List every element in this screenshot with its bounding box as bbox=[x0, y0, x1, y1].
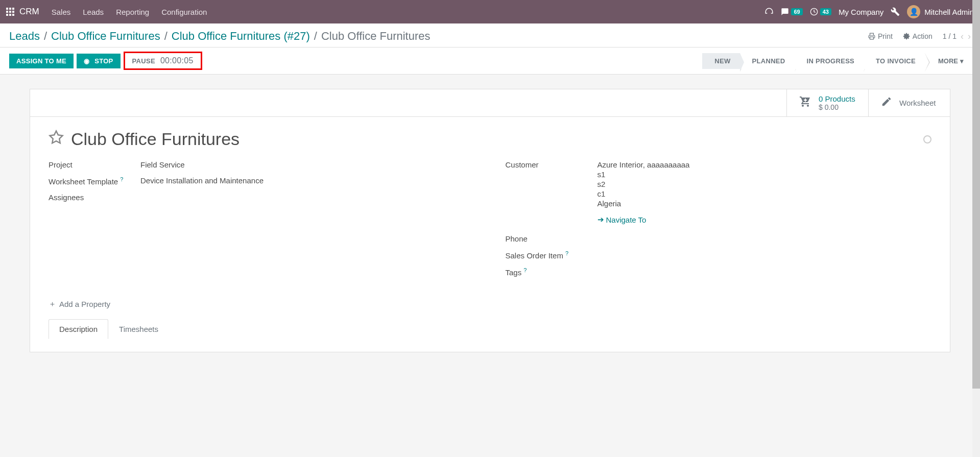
activities-icon[interactable]: 43 bbox=[810, 8, 831, 16]
stop-button[interactable]: ◉ STOP bbox=[77, 54, 121, 68]
customer-value[interactable]: Azure Interior, aaaaaaaaaa s1 s2 c1 Alge… bbox=[597, 160, 932, 224]
stage-to-invoice[interactable]: TO INVOICE bbox=[864, 53, 925, 69]
record-title: Club Office Furnitures bbox=[71, 129, 240, 149]
scrollbar-thumb[interactable] bbox=[972, 0, 980, 367]
scrollbar[interactable] bbox=[972, 0, 980, 367]
stat-buttons: 0 Products $ 0.00 Worksheet bbox=[30, 89, 950, 117]
navigate-to-link[interactable]: ➔ Navigate To bbox=[597, 215, 647, 224]
products-count: 0 Products bbox=[819, 94, 855, 103]
status-bar: NEW PLANNED IN PROGRESS TO INVOICE bbox=[702, 53, 925, 69]
stage-planned[interactable]: PLANNED bbox=[740, 53, 795, 69]
voip-icon[interactable] bbox=[764, 7, 774, 16]
add-property-button[interactable]: ＋ Add a Property bbox=[49, 299, 110, 309]
pause-button[interactable]: PAUSE 00:00:05 bbox=[124, 52, 202, 70]
user-menu[interactable]: 👤 Mitchell Admin bbox=[907, 5, 974, 18]
app-brand[interactable]: CRM bbox=[19, 7, 39, 17]
products-stat[interactable]: 0 Products $ 0.00 bbox=[786, 89, 868, 116]
svg-rect-2 bbox=[12, 8, 14, 10]
svg-rect-7 bbox=[9, 14, 11, 16]
menu-sales[interactable]: Sales bbox=[52, 8, 71, 16]
worksheet-template-label: Worksheet Template ? bbox=[49, 176, 140, 186]
assign-to-me-button[interactable]: ASSIGN TO ME bbox=[9, 54, 74, 68]
apps-icon[interactable] bbox=[6, 8, 14, 16]
action-button[interactable]: Action bbox=[903, 32, 933, 40]
project-value[interactable]: Field Service bbox=[140, 160, 475, 169]
menu-reporting[interactable]: Reporting bbox=[116, 8, 149, 16]
timer-display: 00:00:05 bbox=[160, 56, 194, 65]
sales-order-item-label: Sales Order Item ? bbox=[506, 250, 597, 260]
kanban-state-icon[interactable] bbox=[923, 135, 931, 143]
help-icon[interactable]: ? bbox=[565, 250, 568, 256]
tab-timesheets[interactable]: Timesheets bbox=[108, 319, 169, 339]
activities-badge: 43 bbox=[820, 8, 831, 15]
products-amount: $ 0.00 bbox=[819, 103, 855, 111]
svg-rect-5 bbox=[12, 11, 14, 13]
svg-marker-11 bbox=[50, 131, 63, 143]
svg-rect-3 bbox=[6, 11, 8, 13]
stop-icon: ◉ bbox=[84, 57, 89, 65]
breadcrumb-current: Club Office Furnitures bbox=[321, 30, 431, 43]
pager: 1 / 1 ‹ › bbox=[943, 31, 971, 42]
phone-label: Phone bbox=[506, 234, 597, 243]
worksheet-template-value[interactable]: Device Installation and Maintenance bbox=[140, 176, 475, 185]
messages-badge: 69 bbox=[791, 8, 802, 15]
worksheet-stat[interactable]: Worksheet bbox=[868, 89, 950, 116]
tabs: Description Timesheets bbox=[49, 319, 931, 340]
form-sheet: 0 Products $ 0.00 Worksheet Club Office … bbox=[30, 89, 950, 352]
plus-icon: ＋ bbox=[49, 299, 56, 309]
svg-rect-6 bbox=[6, 14, 8, 16]
menu-configuration[interactable]: Configuration bbox=[161, 8, 207, 16]
pager-prev[interactable]: ‹ bbox=[961, 31, 964, 42]
breadcrumb-leads[interactable]: Leads bbox=[9, 30, 40, 43]
stage-new[interactable]: NEW bbox=[702, 53, 739, 69]
top-navigation: CRM Sales Leads Reporting Configuration … bbox=[0, 0, 980, 23]
help-icon[interactable]: ? bbox=[120, 176, 123, 182]
more-stages-button[interactable]: MORE ▾ bbox=[931, 53, 971, 69]
company-switcher[interactable]: My Company bbox=[839, 8, 883, 16]
assignees-label: Assignees bbox=[49, 193, 140, 202]
actionbar: ASSIGN TO ME ◉ STOP PAUSE 00:00:05 NEW P… bbox=[0, 47, 980, 75]
caret-down-icon: ▾ bbox=[960, 57, 964, 65]
stage-in-progress[interactable]: IN PROGRESS bbox=[795, 53, 864, 69]
debug-icon[interactable] bbox=[891, 7, 900, 16]
project-label: Project bbox=[49, 160, 140, 169]
breadcrumb: Leads / Club Office Furnitures / Club Of… bbox=[9, 30, 971, 43]
pager-value: 1 / 1 bbox=[943, 32, 957, 40]
menu-leads[interactable]: Leads bbox=[83, 8, 104, 16]
pencil-icon bbox=[881, 96, 892, 110]
cart-icon bbox=[799, 95, 811, 111]
tags-label: Tags ? bbox=[506, 267, 597, 277]
favorite-star-icon[interactable] bbox=[49, 130, 64, 149]
breadcrumb-parent1[interactable]: Club Office Furnitures bbox=[51, 30, 160, 43]
worksheet-label: Worksheet bbox=[899, 99, 936, 107]
arrow-right-icon: ➔ bbox=[597, 215, 604, 224]
svg-rect-0 bbox=[6, 8, 8, 10]
svg-rect-1 bbox=[9, 8, 11, 10]
help-icon[interactable]: ? bbox=[523, 267, 527, 273]
breadcrumb-parent2[interactable]: Club Office Furnitures (#27) bbox=[172, 30, 310, 43]
subheader: Leads / Club Office Furnitures / Club Of… bbox=[0, 23, 980, 47]
svg-rect-4 bbox=[9, 11, 11, 13]
customer-label: Customer bbox=[506, 160, 597, 169]
print-button[interactable]: Print bbox=[868, 32, 893, 40]
tab-description[interactable]: Description bbox=[49, 319, 108, 339]
user-name: Mitchell Admin bbox=[924, 8, 974, 16]
svg-rect-8 bbox=[12, 14, 14, 16]
pager-next[interactable]: › bbox=[968, 31, 971, 42]
avatar: 👤 bbox=[907, 5, 920, 18]
messaging-icon[interactable]: 69 bbox=[781, 8, 802, 16]
